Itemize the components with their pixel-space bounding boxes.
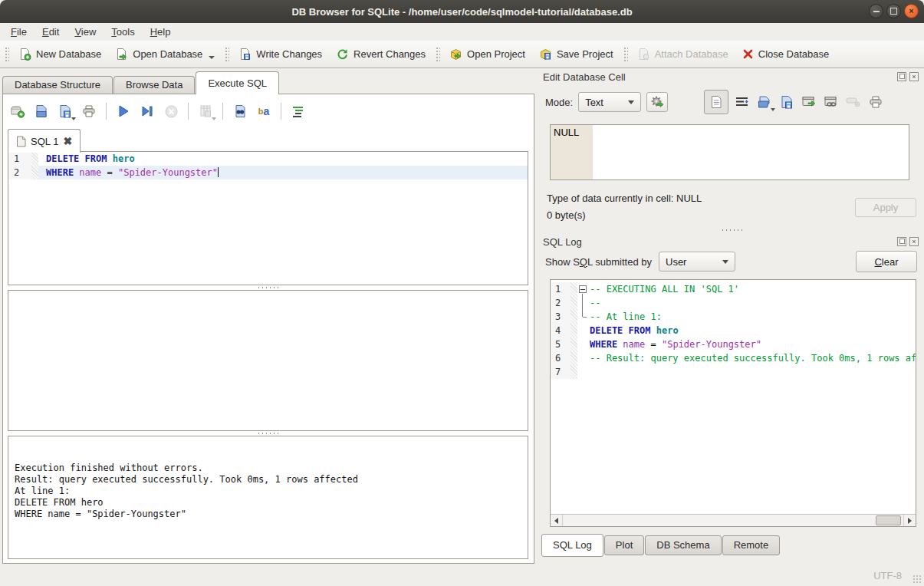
menu-view[interactable]: View <box>67 25 104 39</box>
toolbar-separator <box>222 103 223 120</box>
save-sql-dropdown-icon[interactable] <box>71 117 76 120</box>
code-line: 1-- EXECUTING ALL IN 'SQL 1' <box>551 282 916 296</box>
toolbar-handle[interactable] <box>435 46 440 63</box>
import-dropdown-icon[interactable] <box>771 108 775 111</box>
open-sql-file-icon[interactable] <box>33 103 50 120</box>
open-in-external-icon[interactable] <box>801 94 817 110</box>
code-line: 2-- <box>551 296 916 310</box>
tab-execute-sql[interactable]: Execute SQL <box>196 71 279 94</box>
resize-grip-icon[interactable] <box>912 574 922 584</box>
import-data-icon[interactable] <box>756 94 773 110</box>
chevron-down-icon <box>628 100 634 104</box>
write-changes-icon <box>238 48 252 61</box>
open-project-button[interactable]: Open Project <box>442 44 532 64</box>
execute-current-line-icon[interactable] <box>139 103 156 120</box>
print-cell-icon[interactable] <box>867 94 884 110</box>
revert-changes-button[interactable]: Revert Changes <box>329 44 432 64</box>
sql-tab-bar: SQL 1 ✖ <box>8 128 81 152</box>
revert-changes-icon <box>336 48 349 61</box>
fold-marker-icon[interactable] <box>577 282 587 296</box>
float-window-icon[interactable] <box>897 237 906 246</box>
toolbar-handle[interactable] <box>4 46 9 63</box>
execute-all-icon[interactable] <box>115 103 132 120</box>
code-line: 2WHERE name = "Spider-Youngster" <box>8 166 528 179</box>
scroll-right-icon[interactable] <box>904 515 916 526</box>
sql-log-code: 1-- EXECUTING ALL IN 'SQL 1'2--3-- At li… <box>551 280 916 379</box>
attach-database-icon <box>637 48 650 61</box>
sql-log-controls: Show SQL submitted by User Clear <box>541 251 924 272</box>
apply-settings-button[interactable] <box>646 92 668 112</box>
titlebar: DB Browser for SQLite - /home/user/code/… <box>0 0 924 23</box>
filter-label: Show SQL submitted by <box>545 256 652 268</box>
scroll-left-icon[interactable] <box>551 515 562 526</box>
clear-button[interactable]: Clear <box>856 251 917 272</box>
menu-help[interactable]: Help <box>143 25 179 39</box>
save-results-icon <box>197 103 214 120</box>
export-data-icon[interactable] <box>778 94 795 110</box>
float-window-icon[interactable] <box>897 72 906 81</box>
scrollbar-thumb[interactable] <box>876 515 901 525</box>
open-database-button[interactable]: Open Database <box>108 44 222 64</box>
new-database-icon <box>18 48 31 61</box>
save-results-dropdown-icon <box>212 117 216 120</box>
execution-status-pane[interactable]: Execution finished without errors.Result… <box>8 436 528 559</box>
write-changes-button[interactable]: Write Changes <box>232 44 329 64</box>
tab-remote[interactable]: Remote <box>722 535 781 555</box>
print-icon[interactable] <box>81 103 97 120</box>
code-line: 1DELETE FROM hero <box>8 152 528 166</box>
code-line: 3-- At line 1: <box>551 310 916 324</box>
close-icon[interactable]: × <box>904 4 919 18</box>
close-dock-icon[interactable]: × <box>909 237 919 246</box>
tab-db-schema[interactable]: DB Schema <box>645 535 721 555</box>
sql-log-title: SQL Log <box>543 236 582 248</box>
tab-database-structure[interactable]: Database Structure <box>2 76 113 94</box>
toolbar-handle[interactable] <box>623 46 628 63</box>
sql-1-tab[interactable]: SQL 1 ✖ <box>8 129 81 153</box>
open-database-dropdown-icon[interactable] <box>209 56 215 59</box>
menu-tools[interactable]: Tools <box>104 25 142 39</box>
save-sql-file-icon[interactable] <box>57 103 74 120</box>
menu-file[interactable]: File <box>3 25 35 39</box>
execution-log-line: Execution finished without errors. <box>15 463 521 474</box>
auto-completion-icon[interactable]: ba <box>255 103 272 120</box>
dock-splitter[interactable] <box>541 226 924 234</box>
cell-value: NULL <box>554 127 579 138</box>
save-project-button[interactable]: Save Project <box>532 44 620 64</box>
open-project-icon <box>449 48 462 61</box>
sql-editor[interactable]: 1DELETE FROM hero2WHERE name = "Spider-Y… <box>8 151 528 285</box>
mode-select[interactable]: Text <box>578 92 641 112</box>
submitter-select[interactable]: User <box>659 252 735 272</box>
minimize-icon[interactable] <box>869 4 883 18</box>
fold-marker-icon <box>577 365 587 379</box>
format-sql-icon[interactable] <box>290 103 307 120</box>
tab-browse-data[interactable]: Browse Data <box>113 76 195 94</box>
open-url-icon[interactable] <box>823 94 840 110</box>
results-pane[interactable] <box>8 290 528 431</box>
cell-size-info: 0 byte(s) <box>547 207 702 224</box>
new-sql-tab-icon[interactable] <box>9 103 26 120</box>
word-wrap-icon[interactable] <box>734 94 751 110</box>
horizontal-scrollbar[interactable] <box>551 514 916 526</box>
scrollbar-track[interactable] <box>562 515 904 526</box>
fold-marker-icon <box>577 310 587 324</box>
new-database-button[interactable]: New Database <box>12 44 108 64</box>
close-sql-tab-icon[interactable]: ✖ <box>63 136 72 146</box>
mode-label: Mode: <box>545 97 573 108</box>
execute-sql-panel: ba SQL 1 ✖ 1DELETE FROM hero2WHERE name … <box>2 94 534 564</box>
encoding-status: UTF-8 <box>873 570 902 581</box>
cell-info: Type of data currently in cell: NULL 0 b… <box>541 190 924 224</box>
menu-edit[interactable]: Edit <box>35 25 67 39</box>
tab-plot[interactable]: Plot <box>604 535 644 555</box>
fold-marker-icon <box>577 296 587 310</box>
execution-log-line: Result: query executed successfully. Too… <box>15 474 521 486</box>
maximize-icon[interactable] <box>886 4 901 18</box>
tab-sql-log[interactable]: SQL Log <box>541 534 603 557</box>
close-dock-icon[interactable]: × <box>909 72 919 81</box>
close-database-button[interactable]: Close Database <box>735 45 837 63</box>
toolbar-handle[interactable] <box>224 46 229 63</box>
sql-file-icon <box>16 136 26 147</box>
cell-value-editor[interactable]: NULL <box>550 124 909 180</box>
sql-log-view[interactable]: 1-- EXECUTING ALL IN 'SQL 1'2--3-- At li… <box>550 279 916 527</box>
text-document-icon[interactable] <box>704 90 728 114</box>
find-replace-icon[interactable] <box>232 103 248 120</box>
